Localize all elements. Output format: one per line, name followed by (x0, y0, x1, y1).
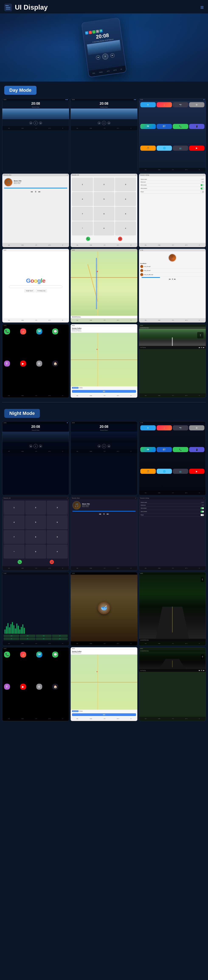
dial-hash[interactable]: # (115, 221, 136, 235)
end-call-btn[interactable]: 📵 (118, 237, 122, 241)
cp-youtube-icon[interactable]: ▶ (20, 361, 26, 366)
bt-prev-btn[interactable]: ⏮ (31, 191, 33, 193)
night-go-button[interactable]: GO (72, 713, 136, 716)
night-dial-hash[interactable]: # (47, 544, 68, 558)
media-play[interactable]: ⏸ (201, 347, 202, 348)
night-dial-star[interactable]: * (4, 544, 25, 558)
prev-track-btn[interactable]: ⏮ (29, 121, 32, 124)
night-bt-play[interactable]: ⏸ (103, 513, 105, 515)
eq-btn-1[interactable]: 100 (4, 635, 19, 637)
night-dial-7[interactable]: 7 (4, 530, 25, 544)
dial-7[interactable]: 7 (72, 207, 93, 221)
night-dial-8[interactable]: 8 (25, 530, 46, 544)
night-dial-4[interactable]: 4 (4, 515, 25, 530)
night-play-1[interactable]: ⏸ (33, 444, 38, 448)
settings-icon[interactable]: ⚙ (189, 102, 205, 107)
night-dial-6[interactable]: 6 (47, 515, 68, 530)
night-play-2[interactable]: ⏸ (201, 670, 202, 671)
night-teal-icon[interactable]: 🌐 (157, 469, 172, 474)
night-next-2[interactable]: ⏭ (203, 670, 204, 671)
night-dial-3[interactable]: 3 (47, 501, 68, 515)
go-button[interactable]: GO (72, 390, 136, 393)
cp-maps-icon[interactable]: 🗺 (36, 328, 42, 334)
night-settings-icon[interactable]: ⚙ (189, 425, 205, 430)
eq-btn-2[interactable]: 200 (20, 635, 35, 637)
night-maps-icon[interactable]: 🗺 (140, 447, 156, 452)
hamburger-menu[interactable] (4, 4, 12, 11)
night-cp-podcast[interactable]: 🎙 (4, 684, 10, 690)
cp-podcast-icon[interactable]: 🎙 (4, 361, 10, 366)
night-dial-1[interactable]: 1 (4, 501, 25, 515)
eq-btn-8[interactable]: 16K (52, 638, 68, 640)
night-end-btn[interactable]: 📵 (50, 560, 54, 564)
eq-btn-5[interactable]: 2K (4, 638, 19, 640)
night-gray-icon[interactable]: 📺 (173, 469, 188, 474)
local-prev[interactable]: ⏮ (169, 278, 171, 280)
dial-0[interactable]: 0 (94, 221, 115, 235)
night-call-btn[interactable]: 📞 (17, 560, 22, 564)
night-youtube-icon[interactable]: ▶ (189, 469, 205, 474)
eq-btn-7[interactable]: 8K (36, 638, 52, 640)
eq-btn-6[interactable]: 4K (20, 638, 35, 640)
night-purple-icon[interactable]: 📱 (189, 447, 205, 452)
cp-phone-icon[interactable]: 📞 (4, 328, 10, 334)
night-dial-0[interactable]: 0 (25, 544, 46, 558)
bt-next-btn[interactable]: ⏭ (38, 191, 41, 193)
bt-play-btn[interactable]: ⏸ (35, 191, 37, 193)
night-cp-messages[interactable]: 💬 (52, 652, 58, 657)
dial-6[interactable]: 6 (115, 192, 136, 206)
night-prev-1[interactable]: ⏮ (29, 445, 32, 448)
local-next[interactable]: ⏭ (174, 278, 176, 280)
cp-messages-icon[interactable]: 💬 (52, 328, 58, 334)
night-cp-settings[interactable]: ⚙ (36, 684, 42, 690)
maps-icon[interactable]: 🗺 (140, 124, 156, 129)
night-bt-next[interactable]: ⏭ (107, 513, 109, 515)
night-cp-maps[interactable]: 🗺 (36, 652, 42, 657)
gray-app-1[interactable]: 📺 (173, 146, 188, 151)
night-dial-5[interactable]: 5 (25, 515, 46, 530)
night-cp-phone[interactable]: 📞 (4, 652, 10, 657)
media-next[interactable]: ⏭ (203, 347, 204, 348)
local-play[interactable]: ⏸ (172, 278, 173, 280)
power-toggle[interactable] (200, 191, 204, 193)
cp-home-icon[interactable]: 🏠 (52, 361, 58, 366)
prev-btn-2[interactable]: ⏮ (98, 121, 101, 124)
bt-icon[interactable]: BT (157, 124, 172, 129)
eq-btn-4[interactable]: 1K (52, 635, 68, 637)
night-power-toggle[interactable] (200, 514, 204, 516)
youtube-icon[interactable]: ▶ (189, 146, 205, 151)
night-cp-youtube[interactable]: ▶ (20, 684, 26, 690)
auto-answer-toggle[interactable] (200, 184, 204, 186)
night-orange-icon[interactable]: 🎵 (140, 469, 156, 474)
night-next-1[interactable]: ⏭ (39, 445, 42, 448)
music-icon[interactable]: ♪ (157, 102, 172, 107)
night-bt-prev[interactable]: ⏮ (99, 513, 101, 515)
prev-button[interactable]: ⏮ (96, 55, 101, 60)
night-auto-connect-toggle[interactable] (200, 511, 204, 512)
cp-music-icon[interactable]: ♪ (20, 328, 26, 334)
call-btn[interactable]: 📞 (86, 237, 90, 241)
track-3[interactable]: 华乐_01_测试.mp3 (140, 273, 204, 277)
eq-btn-3[interactable]: 500 (36, 635, 52, 637)
dial-star[interactable]: * (72, 221, 93, 235)
play-pause-button[interactable]: ⏸ (102, 53, 109, 60)
dial-2[interactable]: 2 (94, 178, 115, 192)
dial-9[interactable]: 9 (115, 207, 136, 221)
menu-icon[interactable]: ≡ (200, 4, 204, 11)
night-dial-2[interactable]: 2 (25, 501, 46, 515)
google-search-bar[interactable] (9, 285, 62, 288)
photo-icon[interactable]: 📷 (173, 102, 188, 107)
night-music-icon[interactable]: ♪ (157, 425, 172, 430)
auto-connect-toggle[interactable] (200, 188, 204, 189)
telegram-icon[interactable]: ✈ (140, 102, 156, 107)
track-1[interactable]: 华乐_01.mp3 (140, 264, 204, 269)
night-next-2[interactable]: ⏭ (107, 445, 110, 448)
next-track-btn[interactable]: ⏭ (39, 121, 42, 124)
night-photo-icon[interactable]: 📷 (173, 425, 188, 430)
play-btn-2[interactable]: ⏸ (102, 121, 106, 125)
purple-app-icon[interactable]: 📱 (189, 124, 205, 129)
dial-1[interactable]: 1 (72, 178, 93, 192)
orange-app-icon[interactable]: 🎵 (140, 146, 156, 151)
night-prev-2[interactable]: ⏮ (199, 670, 200, 671)
dial-4[interactable]: 4 (72, 192, 93, 206)
